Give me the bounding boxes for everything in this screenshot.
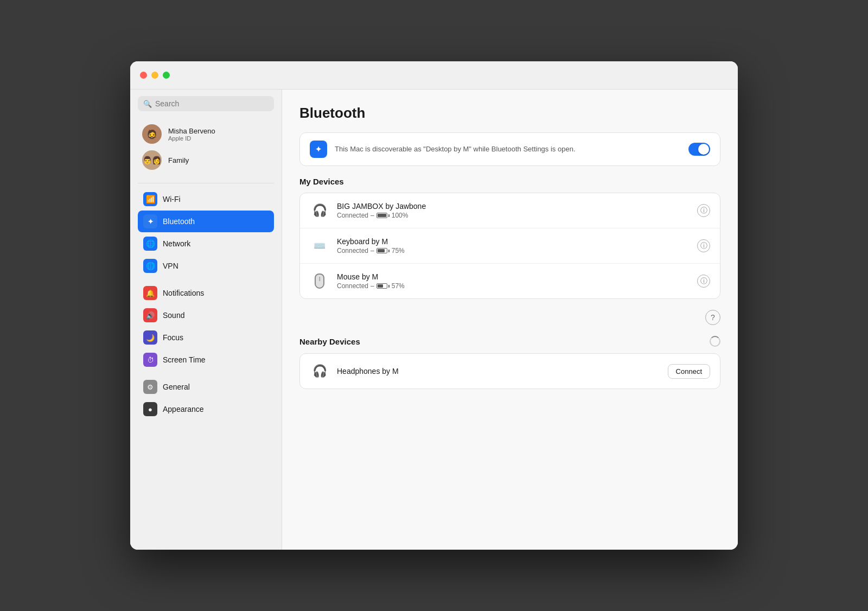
my-devices-card: 🎧 BIG JAMBOX by Jawbone Connected – 100% [299, 193, 720, 299]
user-name: Misha Berveno [168, 127, 215, 135]
user-subtitle: Apple ID [168, 135, 215, 142]
screen-time-label: Screen Time [163, 355, 206, 364]
settings-window: 🔍 🧔 Misha Berveno Apple ID 👨‍👩 [130, 61, 738, 550]
bluetooth-icon: ✦ [143, 214, 157, 228]
bluetooth-toggle[interactable] [688, 143, 710, 156]
notifications-label: Notifications [163, 289, 204, 297]
focus-label: Focus [163, 333, 183, 342]
device-name-jambox: BIG JAMBOX by Jawbone [337, 202, 690, 211]
sidebar-item-sound[interactable]: 🔊 Sound [138, 304, 274, 326]
user-section: 🧔 Misha Berveno Apple ID 👨‍👩 Family [130, 119, 282, 180]
sidebar-item-wifi[interactable]: 📶 Wi-Fi [138, 188, 274, 210]
mouse-icon [310, 271, 329, 291]
battery-icon-mouse [376, 283, 390, 289]
connect-button-headphones[interactable]: Connect [668, 364, 710, 379]
sidebar-item-notifications[interactable]: 🔔 Notifications [138, 282, 274, 304]
device-info-keyboard: Keyboard by M Connected – 75% [337, 237, 690, 254]
headphones-icon: 🎧 [310, 201, 329, 220]
general-icon: ⚙ [143, 380, 157, 394]
airpods-icon: 🎧 [310, 361, 329, 381]
help-row: ? [299, 310, 720, 330]
device-row-mouse: Mouse by M Connected – 57% ⓘ [300, 264, 720, 298]
titlebar [130, 61, 738, 90]
network-label: Network [163, 239, 190, 248]
device-status-keyboard: Connected – 75% [337, 247, 690, 254]
device-info-headphones-nearby: Headphones by M [337, 367, 660, 375]
maximize-button[interactable] [163, 72, 170, 79]
sidebar-item-general[interactable]: ⚙ General [138, 376, 274, 398]
device-info-mouse: Mouse by M Connected – 57% [337, 272, 690, 290]
page-title: Bluetooth [299, 105, 720, 122]
sound-icon: 🔊 [143, 308, 157, 322]
network-icon: 🌐 [143, 237, 157, 251]
content-area: Bluetooth ✦ This Mac is discoverable as … [282, 90, 738, 550]
sidebar-nav: 📶 Wi-Fi ✦ Bluetooth 🌐 Network [130, 187, 282, 422]
device-info-jambox: BIG JAMBOX by Jawbone Connected – 100% [337, 202, 690, 219]
vpn-icon: 🌐 [143, 259, 157, 273]
device-row-jambox: 🎧 BIG JAMBOX by Jawbone Connected – 100% [300, 193, 720, 228]
info-button-keyboard[interactable]: ⓘ [697, 239, 710, 252]
my-devices-header: My Devices [299, 177, 720, 186]
nearby-devices-header: Nearby Devices [299, 337, 360, 346]
user-avatar: 🧔 [142, 124, 162, 144]
wifi-icon: 📶 [143, 192, 157, 206]
nearby-devices-card: 🎧 Headphones by M Connect [299, 353, 720, 389]
family-avatar: 👨‍👩 [142, 150, 162, 170]
avatar-emoji: 🧔 [146, 129, 157, 139]
info-button-jambox[interactable]: ⓘ [697, 204, 710, 217]
search-icon: 🔍 [143, 100, 152, 108]
wifi-label: Wi-Fi [163, 195, 181, 203]
close-button[interactable] [140, 72, 147, 79]
sidebar-item-screen-time[interactable]: ⏱ Screen Time [138, 349, 274, 371]
loading-spinner [710, 336, 720, 347]
sidebar-item-network[interactable]: 🌐 Network [138, 233, 274, 254]
search-bar[interactable]: 🔍 [138, 96, 274, 111]
device-name-headphones-nearby: Headphones by M [337, 367, 660, 375]
vpn-label: VPN [163, 262, 178, 270]
info-button-mouse[interactable]: ⓘ [697, 275, 710, 288]
search-input[interactable] [155, 99, 269, 108]
sidebar-item-bluetooth[interactable]: ✦ Bluetooth [138, 211, 274, 232]
battery-icon-keyboard [376, 248, 390, 253]
divider-1 [138, 183, 274, 183]
bluetooth-info-card: ✦ This Mac is discoverable as "Desktop b… [299, 132, 720, 166]
minimize-button[interactable] [151, 72, 158, 79]
device-row-headphones-nearby: 🎧 Headphones by M Connect [300, 354, 720, 389]
device-name-mouse: Mouse by M [337, 272, 690, 281]
family-emoji: 👨‍👩 [143, 156, 161, 164]
screen-time-icon: ⏱ [143, 353, 157, 367]
focus-icon: 🌙 [143, 330, 157, 345]
sidebar: 🔍 🧔 Misha Berveno Apple ID 👨‍👩 [130, 90, 282, 550]
sidebar-item-focus[interactable]: 🌙 Focus [138, 327, 274, 348]
appearance-icon: ● [143, 402, 157, 416]
nearby-header-row: Nearby Devices [299, 336, 720, 347]
device-name-keyboard: Keyboard by M [337, 237, 690, 246]
main-layout: 🔍 🧔 Misha Berveno Apple ID 👨‍👩 [130, 90, 738, 550]
traffic-lights [140, 72, 170, 79]
help-button[interactable]: ? [705, 310, 720, 325]
user-profile-item[interactable]: 🧔 Misha Berveno Apple ID [138, 121, 274, 147]
appearance-label: Appearance [163, 405, 204, 413]
family-info: Family [168, 156, 189, 164]
notifications-icon: 🔔 [143, 286, 157, 300]
keyboard-icon: ⌨️ [310, 236, 329, 256]
user-info: Misha Berveno Apple ID [168, 127, 215, 142]
sound-label: Sound [163, 311, 184, 320]
device-row-keyboard: ⌨️ Keyboard by M Connected – 75% [300, 228, 720, 264]
device-status-mouse: Connected – 57% [337, 282, 690, 290]
battery-icon-jambox [376, 213, 390, 218]
sidebar-item-vpn[interactable]: 🌐 VPN [138, 255, 274, 277]
bluetooth-label: Bluetooth [163, 217, 195, 226]
sidebar-item-appearance[interactable]: ● Appearance [138, 398, 274, 420]
bluetooth-info-text: This Mac is discoverable as "Desktop by … [335, 144, 681, 155]
family-item[interactable]: 👨‍👩 Family [138, 147, 274, 173]
general-label: General [163, 383, 190, 391]
bluetooth-toggle-icon: ✦ [310, 141, 327, 158]
family-label: Family [168, 156, 189, 164]
device-status-jambox: Connected – 100% [337, 212, 690, 219]
